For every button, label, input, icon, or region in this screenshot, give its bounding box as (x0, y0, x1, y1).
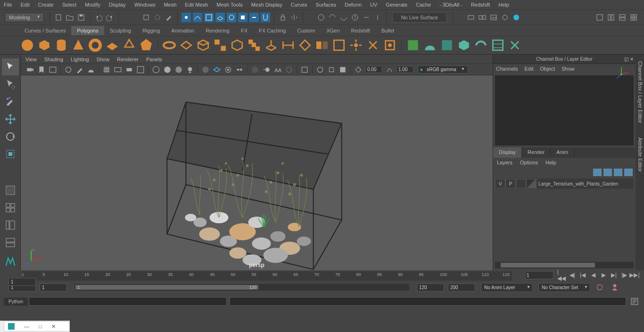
poly-quaddraw-icon[interactable] (473, 38, 488, 53)
shelf-tab-rigging[interactable]: Rigging (137, 26, 165, 35)
layer-playback[interactable]: P (505, 179, 516, 188)
menu-uv[interactable]: UV (370, 2, 377, 8)
menu-meshdisplay[interactable]: Mesh Display (251, 2, 282, 8)
snap-magnet-icon[interactable] (261, 13, 270, 22)
textured-icon[interactable] (174, 65, 183, 74)
select-mode-icon[interactable] (141, 13, 151, 22)
poly-extrude-icon[interactable] (264, 38, 279, 53)
2d-pan-icon[interactable] (64, 65, 73, 74)
step-forward-icon[interactable]: ▶| (609, 270, 619, 280)
panel-layout2-icon[interactable] (606, 13, 616, 22)
save-scene-icon[interactable] (76, 13, 86, 22)
layer-tab-render[interactable]: Render (522, 147, 551, 158)
near-clip-input[interactable] (365, 66, 382, 73)
menu-generate[interactable]: Generate (386, 2, 407, 8)
range-slider[interactable] (74, 284, 409, 291)
panel-lighting[interactable]: Lighting (71, 57, 89, 62)
side-tab-channelbox[interactable]: Channel Box / Layer Editor (636, 55, 644, 130)
render-frame-icon[interactable] (466, 13, 476, 22)
motion-blur-icon[interactable] (262, 65, 271, 74)
shelf-tab-redshift[interactable]: Redshift (346, 26, 376, 35)
range-thumb[interactable] (75, 285, 258, 290)
select-tool[interactable] (2, 58, 19, 75)
menu-help[interactable]: Help (498, 2, 509, 8)
use-lights-icon[interactable] (186, 65, 194, 74)
gate-mask-icon[interactable] (136, 65, 145, 74)
gamma-ctrl-icon[interactable] (385, 65, 394, 74)
menu-surfaces[interactable]: Surfaces (316, 2, 336, 8)
lasso-tool[interactable] (2, 76, 19, 93)
panel-renderer[interactable]: Renderer (117, 57, 139, 62)
ghosting-icon[interactable] (87, 65, 95, 74)
snap-view-icon[interactable] (238, 13, 248, 22)
render-view-icon[interactable] (500, 13, 510, 22)
snap-curve-icon[interactable] (193, 13, 202, 22)
layer-name[interactable]: Large_Terrarium_with_Plants_Garden (537, 181, 634, 186)
shelf-tab-rendering[interactable]: Rendering (200, 26, 235, 35)
close-panel-icon[interactable]: ✕ (629, 57, 635, 62)
time-ruler[interactable]: 1510152025303540455055606570758085909510… (22, 271, 512, 281)
maya-logo-icon[interactable] (2, 253, 19, 270)
shelf-tab-curves[interactable]: Curves / Surfaces (19, 26, 71, 35)
new-scene-icon[interactable] (54, 13, 63, 22)
shelf-tab-animation[interactable]: Animation (165, 26, 200, 35)
poly-bevel-icon[interactable] (297, 38, 313, 53)
paint-select-icon[interactable] (164, 13, 173, 22)
render-seq-icon[interactable] (478, 13, 487, 22)
camera-select-icon[interactable] (26, 65, 34, 74)
dock-icon[interactable]: ◱ (623, 57, 629, 62)
menu-file[interactable]: File (4, 2, 12, 8)
panel-show[interactable]: Show (97, 57, 110, 62)
cb-show[interactable]: Show (561, 66, 575, 72)
poly-cone-icon[interactable] (71, 38, 86, 53)
layout-four-icon[interactable] (2, 199, 19, 216)
res-gate-icon[interactable] (125, 65, 133, 74)
poly-plane-icon[interactable] (105, 38, 120, 53)
view-transform-icon[interactable] (339, 65, 347, 74)
bookmark-icon[interactable] (37, 65, 46, 74)
shelf-tab-custom[interactable]: Custom (292, 26, 321, 35)
poly-target-icon[interactable] (382, 38, 397, 53)
script-language[interactable]: Python (4, 298, 28, 306)
layer-new-selected-icon[interactable] (624, 169, 633, 176)
menu-windows[interactable]: Windows (134, 2, 156, 8)
autokey-icon[interactable] (595, 283, 604, 292)
playback-start-input[interactable] (40, 283, 67, 292)
ao-icon[interactable] (251, 65, 259, 74)
command-input[interactable] (29, 297, 227, 306)
snap-live-icon[interactable] (227, 13, 236, 22)
layer-display-type[interactable] (516, 179, 526, 188)
dof-icon[interactable] (285, 65, 293, 74)
live-surface-field[interactable]: No Live Surface (392, 12, 447, 23)
menu-cache[interactable]: Cache (416, 2, 431, 8)
layout-single-icon[interactable] (2, 182, 19, 199)
shadows-icon[interactable] (201, 65, 210, 74)
render-globals-icon[interactable] (512, 13, 521, 22)
construct2-icon[interactable] (373, 13, 382, 22)
lock-icon[interactable] (278, 13, 288, 22)
poly-combine-icon[interactable] (196, 38, 211, 53)
cb-object[interactable]: Object (540, 66, 555, 72)
poly-crease-icon[interactable] (490, 38, 505, 53)
move-tool[interactable] (2, 111, 19, 128)
ipr-icon[interactable]: IPR (489, 13, 498, 22)
layer-visibility[interactable]: V (495, 179, 505, 188)
undo-icon[interactable] (94, 13, 103, 22)
xray-joints-icon[interactable] (235, 65, 244, 74)
cb-edit[interactable]: Edit (524, 66, 533, 72)
snap-grid-icon[interactable] (182, 13, 191, 22)
character-set-select[interactable]: No Character Set (538, 283, 590, 292)
menu-3dtoall[interactable]: - 3DtoAll - (439, 2, 462, 8)
rotate-tool[interactable] (2, 128, 19, 145)
step-back-icon[interactable]: |◀ (578, 270, 587, 280)
poly-cylinder-icon[interactable] (54, 38, 69, 53)
panel-layout3-icon[interactable] (618, 13, 627, 22)
history-icon[interactable] (350, 13, 360, 22)
menu-editmesh[interactable]: Edit Mesh (185, 2, 208, 8)
poly-svgtool-icon[interactable] (179, 38, 194, 53)
shelf-tab-fx[interactable]: FX (235, 26, 253, 35)
menu-deform[interactable]: Deform (345, 2, 362, 8)
viewport[interactable]: persp y x z (21, 75, 493, 270)
poly-smooth-icon[interactable] (230, 38, 245, 53)
poly-boolean-icon[interactable] (247, 38, 262, 53)
